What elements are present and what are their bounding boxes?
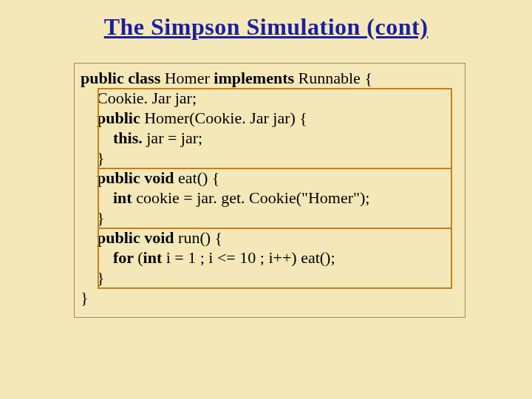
code-line: int cookie = jar. get. Cookie("Homer");	[81, 188, 459, 208]
code-text: }	[81, 208, 105, 227]
code-text: cookie = jar. get. Cookie("Homer");	[136, 188, 369, 207]
code-text: Runnable {	[299, 69, 372, 87]
code-text: jar = jar;	[146, 129, 202, 147]
code-text: }	[81, 288, 89, 307]
keyword: int	[143, 248, 166, 267]
keyword: public	[81, 168, 144, 187]
slide-title: The Simpson Simulation (cont)	[0, 0, 532, 48]
keyword: int	[81, 188, 136, 207]
code-text: i = 1 ; i <= 10 ; i++) eat();	[166, 248, 335, 267]
code-line: }	[81, 287, 459, 307]
keyword: for	[81, 248, 137, 267]
code-text: eat() {	[178, 168, 219, 187]
keyword: this.	[81, 129, 146, 147]
code-block: public class Homer implements Runnable {…	[74, 63, 466, 318]
code-line: public void eat() {	[81, 168, 459, 188]
keyword: public	[81, 228, 144, 247]
code-text: Homer	[165, 69, 214, 87]
code-line: }	[81, 208, 459, 228]
code-text: }	[81, 268, 105, 287]
keyword: void	[144, 168, 178, 187]
code-text: Homer(Cookie. Jar jar) {	[144, 109, 307, 127]
code-text: }	[81, 149, 105, 167]
code-line: for (int i = 1 ; i <= 10 ; i++) eat();	[81, 248, 459, 267]
keyword: implements	[214, 69, 298, 87]
keyword: public	[81, 109, 144, 127]
code-line: }	[81, 267, 459, 287]
code-line: public Homer(Cookie. Jar jar) {	[81, 108, 459, 128]
slide: The Simpson Simulation (cont) public cla…	[0, 0, 532, 399]
code-text: (	[137, 248, 143, 267]
code-line: public class Homer implements Runnable {	[81, 68, 459, 88]
code-line: this. jar = jar;	[81, 128, 459, 148]
code-line: public void run() {	[81, 228, 459, 248]
code-text: Cookie. Jar jar;	[81, 89, 197, 107]
keyword: public class	[81, 69, 165, 87]
keyword: void	[144, 228, 178, 247]
code-line: }	[81, 148, 459, 168]
code-line: Cookie. Jar jar;	[81, 88, 459, 108]
code-text: run() {	[178, 228, 222, 247]
